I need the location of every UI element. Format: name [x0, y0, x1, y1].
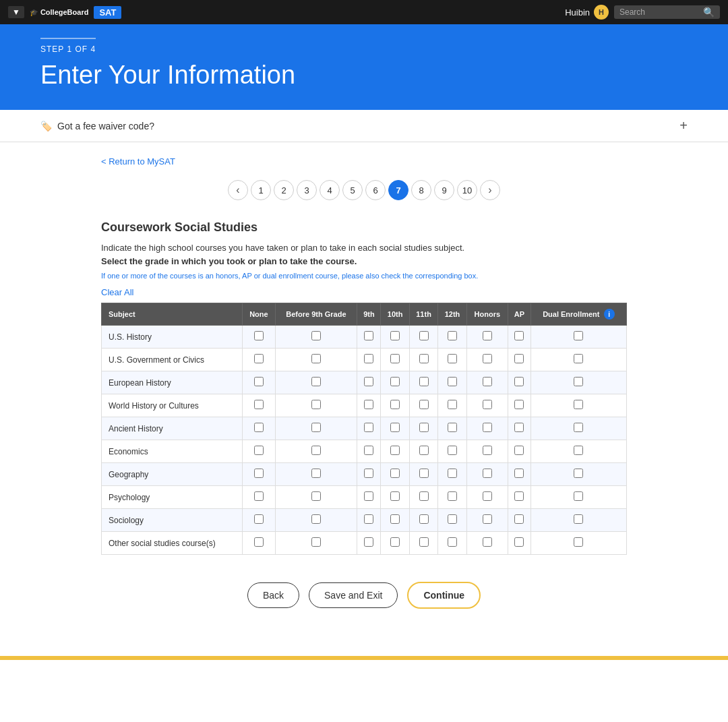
checkbox-honors[interactable] — [483, 514, 492, 524]
checkbox-before9[interactable] — [311, 377, 321, 386]
checkbox-11th[interactable] — [419, 446, 429, 455]
checkbox-12th[interactable] — [448, 446, 457, 455]
checkbox-9th[interactable] — [364, 354, 373, 363]
search-icon[interactable]: 🔍 — [703, 7, 715, 18]
checkbox-dual[interactable] — [574, 400, 583, 409]
checkbox-10th[interactable] — [390, 537, 400, 547]
checkbox-11th[interactable] — [419, 469, 429, 478]
checkbox-12th[interactable] — [448, 377, 457, 386]
checkbox-12th[interactable] — [448, 400, 457, 409]
nav-dropdown[interactable]: ▼ — [8, 6, 24, 18]
dual-enrollment-info-icon[interactable]: i — [604, 309, 615, 320]
checkbox-12th[interactable] — [448, 514, 457, 524]
checkbox-none[interactable] — [254, 537, 264, 547]
fee-waiver-expand[interactable]: + — [679, 118, 688, 133]
checkbox-honors[interactable] — [483, 469, 492, 478]
checkbox-none[interactable] — [254, 491, 264, 501]
checkbox-ap[interactable] — [514, 469, 524, 478]
save-and-exit-button[interactable]: Save and Exit — [309, 582, 398, 608]
page-1[interactable]: 1 — [251, 180, 271, 200]
checkbox-11th[interactable] — [419, 354, 429, 363]
checkbox-honors[interactable] — [483, 491, 492, 501]
checkbox-11th[interactable] — [419, 537, 429, 547]
checkbox-12th[interactable] — [448, 491, 457, 501]
checkbox-honors[interactable] — [483, 331, 492, 340]
page-4[interactable]: 4 — [320, 180, 340, 200]
checkbox-dual[interactable] — [574, 491, 583, 501]
checkbox-12th[interactable] — [448, 469, 457, 478]
checkbox-9th[interactable] — [364, 537, 373, 547]
checkbox-9th[interactable] — [364, 331, 373, 340]
page-10[interactable]: 10 — [457, 180, 477, 200]
checkbox-dual[interactable] — [574, 377, 583, 386]
checkbox-12th[interactable] — [448, 331, 457, 340]
checkbox-none[interactable] — [254, 469, 264, 478]
checkbox-dual[interactable] — [574, 354, 583, 363]
checkbox-none[interactable] — [254, 423, 264, 432]
checkbox-ap[interactable] — [514, 537, 524, 547]
continue-button[interactable]: Continue — [407, 582, 481, 609]
checkbox-ap[interactable] — [514, 331, 524, 340]
checkbox-9th[interactable] — [364, 423, 373, 432]
checkbox-before9[interactable] — [311, 537, 321, 547]
page-prev[interactable]: ‹ — [228, 180, 248, 200]
search-input[interactable] — [619, 7, 700, 17]
back-button[interactable]: Back — [247, 582, 299, 608]
page-9[interactable]: 9 — [434, 180, 454, 200]
checkbox-10th[interactable] — [390, 400, 400, 409]
checkbox-before9[interactable] — [311, 446, 321, 455]
back-to-mysat-link[interactable]: < Return to MySAT — [101, 156, 175, 167]
checkbox-9th[interactable] — [364, 491, 373, 501]
checkbox-ap[interactable] — [514, 400, 524, 409]
checkbox-10th[interactable] — [390, 469, 400, 478]
checkbox-10th[interactable] — [390, 491, 400, 501]
checkbox-9th[interactable] — [364, 377, 373, 386]
checkbox-before9[interactable] — [311, 423, 321, 432]
checkbox-dual[interactable] — [574, 446, 583, 455]
checkbox-ap[interactable] — [514, 514, 524, 524]
checkbox-9th[interactable] — [364, 446, 373, 455]
checkbox-honors[interactable] — [483, 446, 492, 455]
checkbox-honors[interactable] — [483, 400, 492, 409]
checkbox-dual[interactable] — [574, 514, 583, 524]
checkbox-9th[interactable] — [364, 469, 373, 478]
page-5[interactable]: 5 — [342, 180, 363, 200]
checkbox-ap[interactable] — [514, 377, 524, 386]
checkbox-none[interactable] — [254, 446, 264, 455]
checkbox-11th[interactable] — [419, 491, 429, 501]
page-7[interactable]: 7 — [388, 180, 408, 200]
checkbox-10th[interactable] — [390, 354, 400, 363]
checkbox-dual[interactable] — [574, 469, 583, 478]
checkbox-11th[interactable] — [419, 400, 429, 409]
checkbox-before9[interactable] — [311, 491, 321, 501]
checkbox-10th[interactable] — [390, 514, 400, 524]
checkbox-none[interactable] — [254, 400, 264, 409]
checkbox-honors[interactable] — [483, 377, 492, 386]
checkbox-honors[interactable] — [483, 423, 492, 432]
checkbox-none[interactable] — [254, 377, 264, 386]
checkbox-12th[interactable] — [448, 537, 457, 547]
checkbox-none[interactable] — [254, 514, 264, 524]
checkbox-9th[interactable] — [364, 514, 373, 524]
checkbox-before9[interactable] — [311, 331, 321, 340]
checkbox-before9[interactable] — [311, 469, 321, 478]
checkbox-honors[interactable] — [483, 354, 492, 363]
checkbox-10th[interactable] — [390, 331, 400, 340]
page-8[interactable]: 8 — [411, 180, 431, 200]
checkbox-dual[interactable] — [574, 537, 583, 547]
checkbox-11th[interactable] — [419, 377, 429, 386]
page-next[interactable]: › — [480, 180, 500, 200]
checkbox-before9[interactable] — [311, 354, 321, 363]
checkbox-none[interactable] — [254, 331, 264, 340]
checkbox-ap[interactable] — [514, 446, 524, 455]
checkbox-11th[interactable] — [419, 331, 429, 340]
page-2[interactable]: 2 — [274, 180, 294, 200]
checkbox-dual[interactable] — [574, 423, 583, 432]
checkbox-10th[interactable] — [390, 423, 400, 432]
checkbox-10th[interactable] — [390, 446, 400, 455]
checkbox-9th[interactable] — [364, 400, 373, 409]
checkbox-10th[interactable] — [390, 377, 400, 386]
checkbox-ap[interactable] — [514, 491, 524, 501]
clear-all-link[interactable]: Clear All — [101, 287, 133, 297]
checkbox-honors[interactable] — [483, 537, 492, 547]
